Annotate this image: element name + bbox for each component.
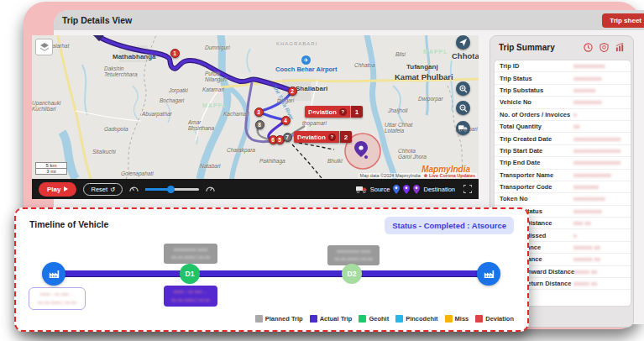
summary-row-value: xxxxxxxxxx	[573, 195, 605, 202]
summary-row-value: xxxxxxxxx	[573, 98, 602, 106]
legend-item: Deviation	[475, 315, 514, 323]
deviation-label: Deviation	[297, 134, 326, 141]
summary-row-label: Vehicle No	[500, 98, 531, 106]
speed-up-icon[interactable]	[206, 184, 215, 194]
summary-row: Trip Created Datexxxxxxxxxxxxxxx	[495, 133, 631, 144]
airport-poi: ✈ Cooch Behar Airport	[275, 55, 337, 73]
summary-row-label: No. of Orders / Invoices	[500, 111, 570, 118]
d2-tooltip: xxxxxxxxx xxxx xx.xx.xxxx | xx:xx	[327, 245, 380, 265]
summary-row-label: Token No	[500, 195, 528, 202]
legend-swatch	[359, 315, 366, 323]
legend-label: Deviation	[485, 315, 514, 323]
slider-knob[interactable]	[167, 186, 175, 193]
destination-node[interactable]	[477, 262, 500, 286]
deviation-ribbon-2[interactable]: Deviation?2	[294, 131, 352, 143]
summary-row: Trip Substatusxxxxxxx	[495, 85, 631, 97]
legend-item: Planned Trip	[255, 315, 303, 323]
legend-swatch	[310, 315, 317, 323]
route-marker-7[interactable]: 7	[283, 133, 292, 142]
summary-row: Total Quantityxx	[495, 121, 631, 133]
legend-swatch	[395, 315, 403, 323]
timeline-legend: Planned TripActual TripGeohitPincodehitM…	[255, 315, 514, 323]
timeline-panel: Timeline of Vehicle Status - Completed :…	[14, 207, 529, 332]
trip-summary-header: Trip Summary	[490, 36, 633, 56]
summary-row: Transporter Namexxxxxxxxxxxx	[495, 170, 631, 181]
playback-bar: Play Reset↺ Source Destination	[32, 179, 479, 199]
trip-details-screen: Trip Details View Trip sheet	[0, 0, 644, 341]
recenter-button[interactable]	[456, 35, 470, 50]
d1-node[interactable]: D1	[180, 264, 200, 284]
shield-target-icon	[599, 43, 609, 52]
legend-source-destination: Source Destination	[356, 185, 472, 194]
legend-item: Geohit	[359, 315, 389, 323]
route-marker-1[interactable]: 1	[170, 49, 180, 58]
summary-row-value: x	[573, 111, 577, 118]
route-marker-4[interactable]: 4	[281, 116, 291, 125]
zoom-out-icon	[459, 104, 468, 113]
legend-label: Geohit	[369, 315, 389, 323]
legend-item: Pincodehit	[395, 315, 437, 323]
summary-row: Vehicle Noxxxxxxxxx	[495, 97, 631, 108]
deviation-label: Deviation	[308, 108, 337, 116]
airport-icon: ✈	[301, 55, 311, 65]
summary-row: Token Noxxxxxxxxxx	[495, 193, 631, 205]
fullscreen-icon	[463, 185, 472, 193]
summary-row: Trip Statusxxxxxxxxx	[495, 72, 631, 84]
chart-icon	[615, 43, 625, 52]
deviation-ribbon-1[interactable]: Deviation?1	[305, 106, 363, 118]
analytics-button[interactable]	[615, 43, 625, 52]
question-icon: ?	[328, 134, 336, 141]
waypoint-pin-icon	[403, 185, 410, 194]
d1-tooltip: xxxxxxxxx xxxx xx.xx.xxxx | xx:xx	[164, 244, 217, 264]
reset-icon: ↺	[110, 186, 115, 193]
speed-down-icon[interactable]	[129, 184, 139, 194]
legend-swatch	[255, 315, 263, 323]
truck-icon	[458, 124, 468, 132]
layers-icon	[39, 42, 50, 52]
trip-sheet-button[interactable]: Trip sheet	[602, 13, 644, 28]
source-pin-icon	[393, 185, 400, 194]
factory-icon	[49, 269, 60, 279]
map[interactable]: BalarhatMathabhangaDumniguriDakshin Tetu…	[32, 35, 479, 179]
summary-row: Trip End Datexxxxxxxxxxxxxxx	[495, 157, 631, 169]
navigate-icon	[459, 39, 467, 46]
summary-row-value: xxxxxxxxxxxxxxx	[573, 159, 620, 166]
zoom-out-button[interactable]	[456, 101, 470, 115]
vehicle-track-button[interactable]	[456, 121, 470, 135]
trip-summary-title: Trip Summary	[499, 43, 555, 52]
reset-button[interactable]: Reset↺	[83, 183, 123, 196]
legend-label: Planned Trip	[265, 315, 303, 323]
zoom-in-icon	[459, 85, 468, 93]
d2-node[interactable]: D2	[342, 264, 362, 284]
timeline-track	[54, 270, 489, 277]
summary-row-value: xxxxxxxxxxxxxxx	[573, 147, 620, 155]
clock-icon	[584, 43, 593, 52]
history-button[interactable]	[584, 43, 593, 52]
map-scale: 5 km 3 mi	[35, 162, 67, 175]
summary-row-label: Trip End Date	[500, 159, 540, 166]
source-node[interactable]	[42, 262, 65, 286]
summary-row: Trip IDxxxxxxxxxx	[495, 60, 631, 72]
route-marker-3[interactable]: 3	[254, 108, 264, 117]
summary-row-value: xxxxxxxxx	[573, 75, 602, 82]
route-marker-8[interactable]: 8	[255, 120, 264, 129]
summary-row-value: xxxxxxxxxxxx	[573, 171, 611, 179]
summary-row-value: xx	[573, 123, 580, 130]
route-marker-2[interactable]: 2	[288, 87, 297, 96]
play-button[interactable]: Play	[39, 182, 76, 197]
legend-label: Pincodehit	[406, 315, 437, 323]
summary-row-value: xxxxxxxxxx	[573, 62, 605, 70]
geofence-button[interactable]	[599, 43, 609, 52]
fullscreen-button[interactable]	[463, 185, 472, 193]
summary-row-value: xxxxx xx	[573, 280, 597, 287]
source-label: Source	[370, 186, 390, 193]
deviation-number: 1	[351, 106, 363, 118]
play-icon	[64, 186, 68, 191]
playback-slider[interactable]	[145, 188, 199, 191]
zoom-in-button[interactable]	[456, 81, 470, 96]
summary-row-value: xxxxx xx	[573, 268, 597, 275]
summary-row: Trip Start Datexxxxxxxxxxxxxxx	[495, 145, 631, 157]
layers-button[interactable]	[35, 39, 53, 55]
summary-row-label: Transporter Name	[500, 171, 553, 179]
summary-row-label: Trip ID	[500, 62, 519, 70]
